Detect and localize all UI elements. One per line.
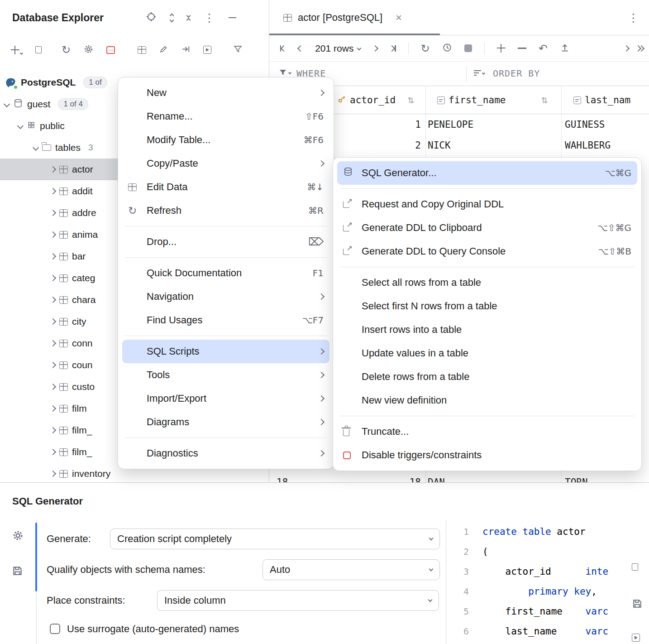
submenu-item-select-all-rows[interactable]: Select all rows from a table bbox=[337, 271, 637, 294]
add-row-button[interactable] bbox=[497, 44, 506, 53]
table-icon bbox=[59, 405, 68, 413]
duplicate-button[interactable] bbox=[35, 46, 42, 53]
submenu-item-request-copy-ddl[interactable]: Request and Copy Original DDL bbox=[337, 192, 637, 216]
run-in-console-button[interactable] bbox=[632, 634, 640, 642]
submenu-item-select-first-n-rows[interactable]: Select first N rows from a table bbox=[337, 294, 637, 318]
edit-button[interactable] bbox=[159, 44, 168, 56]
chevron-right-icon bbox=[50, 318, 56, 325]
actor-id-cell[interactable]: 1 bbox=[337, 114, 421, 135]
jump-to-icon[interactable] bbox=[181, 44, 191, 56]
collapse-all-icon[interactable] bbox=[187, 14, 190, 22]
menu-item-navigation[interactable]: Navigation bbox=[122, 285, 329, 308]
table-icon bbox=[59, 383, 68, 391]
submenu-item-delete-rows[interactable]: Delete rows from a table bbox=[337, 365, 637, 389]
code-line: 6 last_name varc bbox=[446, 621, 649, 641]
last-name-cell[interactable]: GUINESS bbox=[565, 114, 605, 135]
last-name-cell[interactable]: WAHLBERG bbox=[565, 135, 611, 156]
sql-generator-icon bbox=[343, 167, 353, 179]
menu-item-import-export[interactable]: Import/Export bbox=[122, 387, 329, 410]
menu-item-refresh[interactable]: ↻Refresh⌘R bbox=[122, 199, 329, 222]
order-by-icon[interactable] bbox=[474, 70, 485, 76]
delete-row-button[interactable] bbox=[518, 48, 526, 49]
table-icon bbox=[59, 470, 68, 478]
qualify-dropdown[interactable]: Auto bbox=[262, 559, 440, 580]
reload-data-button[interactable]: ↻ bbox=[421, 43, 430, 54]
menu-item-find-usages[interactable]: Find Usages⌥F7 bbox=[122, 308, 329, 332]
place-constraints-dropdown[interactable]: Inside column bbox=[157, 590, 439, 611]
order-by-clause-field[interactable]: ORDER BY bbox=[493, 68, 540, 79]
filter-button[interactable] bbox=[233, 44, 243, 56]
submenu-item-generate-ddl-console[interactable]: Generate DDL to Query Console⌥⇧⌘B bbox=[337, 240, 637, 263]
submenu-item-generate-ddl-clipboard[interactable]: Generate DDL to Clipboard⌥⇧⌘G bbox=[337, 216, 637, 240]
last-page-button[interactable] bbox=[390, 45, 396, 52]
surrogate-checkbox[interactable] bbox=[50, 624, 60, 634]
menu-item-copy-paste[interactable]: Copy/Paste bbox=[122, 152, 329, 175]
editor-more-options-icon[interactable]: ⋮ bbox=[628, 12, 639, 24]
history-button[interactable] bbox=[442, 43, 452, 54]
generate-dropdown[interactable]: Creation script completely bbox=[110, 529, 440, 549]
disconnect-button[interactable] bbox=[106, 46, 115, 54]
table-context-menu: New Rename...⇧F6 Modify Table...⌘F6 Copy… bbox=[118, 77, 334, 469]
submit-upload-button[interactable] bbox=[560, 43, 570, 54]
menu-item-drop[interactable]: Drop...⌦ bbox=[122, 230, 329, 254]
chevron-right-icon bbox=[50, 253, 56, 260]
submenu-item-sql-generator[interactable]: SQL Generator...⌥⌘G bbox=[337, 161, 637, 185]
hide-panel-icon[interactable] bbox=[229, 17, 236, 19]
expand-all-icon[interactable] bbox=[170, 14, 173, 22]
column-header-actor-id[interactable]: actor_id ⇅ bbox=[337, 86, 414, 114]
menu-item-tools[interactable]: Tools bbox=[122, 363, 329, 387]
where-filter-icon[interactable] bbox=[278, 68, 291, 77]
locate-icon[interactable] bbox=[146, 11, 157, 24]
generated-sql-editor[interactable]: 1create table actor 2( 3 actor_id inte 4… bbox=[446, 522, 649, 641]
settings-button[interactable] bbox=[83, 44, 94, 56]
menu-item-diagrams[interactable]: Diagrams bbox=[122, 410, 329, 434]
sort-toggle-icon[interactable]: ⇅ bbox=[541, 96, 548, 105]
settings-button[interactable] bbox=[12, 529, 24, 542]
menu-separator bbox=[125, 336, 327, 336]
more-options-icon[interactable]: ⋮ bbox=[204, 12, 215, 24]
add-button[interactable] bbox=[11, 46, 23, 54]
menu-item-quick-documentation[interactable]: Quick DocumentationF1 bbox=[122, 261, 329, 285]
more-toolbar-icon[interactable] bbox=[636, 46, 644, 51]
first-page-button[interactable] bbox=[280, 45, 286, 52]
next-page-button[interactable] bbox=[372, 45, 378, 51]
submenu-item-update-values[interactable]: Update values in a table bbox=[337, 341, 637, 365]
menu-item-edit-data[interactable]: Edit Data⌘↓ bbox=[122, 175, 329, 199]
row-count-dropdown[interactable]: 201 rows bbox=[315, 43, 361, 54]
open-console-button[interactable] bbox=[203, 46, 211, 54]
save-code-button[interactable] bbox=[632, 598, 643, 609]
chevron-right-icon bbox=[50, 297, 56, 303]
submenu-item-new-view-definition[interactable]: New view definition bbox=[337, 389, 637, 412]
column-header-first-name[interactable]: first_name ⇅ bbox=[437, 86, 548, 114]
menu-separator bbox=[340, 267, 635, 267]
first-name-cell[interactable]: PENELOPE bbox=[428, 114, 473, 135]
close-tab-icon[interactable]: × bbox=[396, 11, 402, 24]
stop-button[interactable] bbox=[464, 44, 472, 52]
database-icon bbox=[13, 98, 23, 111]
table-view-button[interactable] bbox=[138, 46, 146, 54]
expand-toolbar-icon[interactable] bbox=[623, 45, 630, 51]
menu-item-diagnostics[interactable]: Diagnostics bbox=[122, 442, 329, 465]
save-button[interactable] bbox=[12, 565, 23, 577]
refresh-button[interactable]: ↻ bbox=[62, 44, 71, 55]
column-header-last-name[interactable]: last_nam bbox=[573, 86, 630, 114]
revert-changes-button[interactable]: ↶ bbox=[539, 43, 548, 54]
previous-page-button[interactable] bbox=[297, 45, 304, 51]
submenu-item-insert-rows[interactable]: Insert rows into a table bbox=[337, 318, 637, 341]
submenu-item-truncate[interactable]: Truncate... bbox=[337, 420, 637, 443]
chevron-right-icon bbox=[50, 166, 56, 173]
chevron-down-icon bbox=[429, 567, 434, 572]
first-name-cell[interactable]: NICK bbox=[428, 135, 451, 156]
place-constraints-label: Place constraints: bbox=[47, 590, 125, 611]
submenu-item-disable-triggers[interactable]: Disable triggers/constraints bbox=[337, 443, 637, 467]
copy-code-button[interactable] bbox=[632, 563, 638, 571]
menu-item-rename[interactable]: Rename...⇧F6 bbox=[122, 105, 329, 128]
sort-toggle-icon[interactable]: ⇅ bbox=[407, 96, 414, 105]
tab-actor-postgresql[interactable]: actor [PostgreSQL] × bbox=[269, 0, 402, 35]
menu-item-new[interactable]: New bbox=[122, 81, 329, 105]
menu-item-sql-scripts[interactable]: SQL Scripts bbox=[122, 340, 329, 363]
actor-id-cell[interactable]: 2 bbox=[337, 135, 421, 156]
menu-item-modify-table[interactable]: Modify Table...⌘F6 bbox=[122, 128, 329, 152]
code-line: 3 actor_id inte bbox=[446, 562, 649, 582]
generate-label: Generate: bbox=[47, 528, 91, 550]
